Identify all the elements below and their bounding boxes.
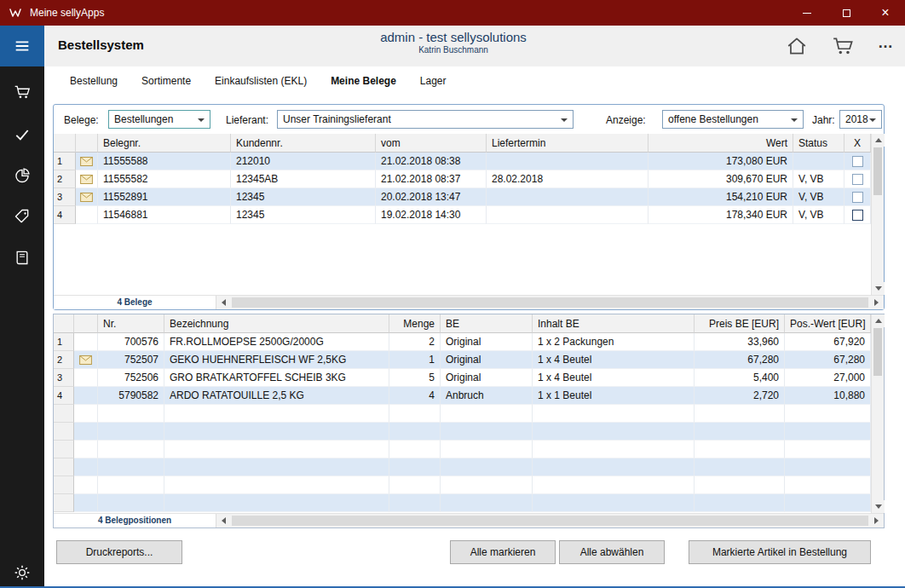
col-x[interactable]: X (844, 134, 871, 153)
tab-bestellung[interactable]: Bestellung (70, 75, 118, 87)
table-row[interactable]: 1 700576 FR.ROLLMOEPSE 2500G/2000G 2 Ori… (54, 333, 871, 351)
row-checkbox[interactable] (852, 192, 863, 203)
anzeige-select-value: offene Bestellungen (668, 113, 758, 125)
price-tag-icon (14, 208, 31, 225)
row-checkbox[interactable] (852, 174, 863, 185)
col-nr[interactable]: Nr. (98, 314, 164, 333)
col-liefertermin[interactable]: Liefertermin (487, 134, 648, 153)
minimize-icon (803, 13, 811, 14)
scroll-right-button[interactable] (869, 296, 884, 309)
cell-wert: 309,670 EUR (648, 170, 793, 188)
cell-bezeichnung: FR.ROLLMOEPSE 2500G/2000G (164, 333, 389, 351)
table-row[interactable]: 2 752507 GEKO HUEHNERFLEISCH WF 2,5KG 1 … (54, 351, 871, 369)
cell-inhalt: 1 x 1 Beutel (533, 387, 695, 405)
scroll-left-button[interactable] (216, 296, 231, 309)
sidebar-item-statistics[interactable] (0, 159, 44, 193)
cell-liefertermin (487, 153, 648, 170)
lieferant-select[interactable]: Unser Trainingslieferant (277, 110, 574, 129)
belege-vertical-scrollbar[interactable] (871, 134, 884, 295)
cell-nr: 752507 (98, 351, 164, 369)
scroll-down-button[interactable] (872, 282, 885, 295)
positions-vertical-scrollbar[interactable] (871, 314, 884, 513)
sidebar-menu-button[interactable] (0, 26, 44, 66)
table-row[interactable]: 2 11555582 12345AB 21.02.2018 08:37 28.0… (54, 170, 871, 188)
positions-panel: Nr. Bezeichnung Menge BE Inhalt BE Preis… (53, 314, 885, 528)
row-checkbox[interactable] (852, 210, 863, 221)
druckreports-button[interactable]: Druckreports... (56, 540, 182, 564)
scroll-down-button[interactable] (872, 500, 885, 513)
col-belegnr[interactable]: Belegnr. (98, 134, 231, 153)
cell-belegnr: 11555588 (98, 153, 231, 170)
arrow-up-icon (875, 138, 882, 142)
cell-nr: 5790582 (98, 387, 164, 405)
col-wert[interactable]: Wert (648, 134, 793, 153)
col-pos-wert[interactable]: Pos.-Wert [EUR] (785, 314, 871, 333)
chevron-down-icon (869, 118, 876, 122)
sidebar-item-tasks[interactable] (0, 118, 44, 152)
tab-lager[interactable]: Lager (420, 75, 447, 87)
scroll-thumb[interactable] (232, 297, 868, 308)
cell-belegnr: 11552891 (98, 188, 231, 206)
book-icon (14, 249, 31, 266)
table-row[interactable]: 3 752506 GRO BRATKARTOFFEL SCHEIB 3KG 5 … (54, 369, 871, 387)
minimize-button[interactable] (787, 0, 827, 26)
belege-horizontal-scrollbar[interactable] (216, 296, 884, 309)
table-row[interactable]: 1 11555588 212010 21.02.2018 08:38 173,0… (54, 153, 871, 170)
sidebar-item-prices[interactable] (0, 199, 44, 233)
sidebar-item-catalog[interactable] (0, 240, 44, 274)
scroll-right-button[interactable] (869, 514, 884, 527)
table-row[interactable]: 4 5790582 ARDO RATATOUILLE 2,5 KG 4 Anbr… (54, 387, 871, 405)
row-number: 1 (54, 153, 76, 170)
belege-select[interactable]: Bestellungen (108, 110, 210, 129)
tab-einkaufslisten[interactable]: Einkaufslisten (EKL) (215, 75, 307, 87)
scroll-thumb[interactable] (873, 328, 882, 376)
cell-preis: 33,960 (695, 333, 785, 351)
col-bezeichnung[interactable]: Bezeichnung (164, 314, 389, 333)
row-checkbox[interactable] (852, 156, 863, 167)
cell-vom: 20.02.2018 13:47 (376, 188, 487, 206)
table-row[interactable]: 3 11552891 12345 20.02.2018 13:47 154,21… (54, 188, 871, 206)
col-be[interactable]: BE (441, 314, 533, 333)
sidebar-item-bestellsystem[interactable] (0, 75, 44, 109)
alle-markieren-button[interactable]: Alle markieren (450, 540, 556, 564)
row-number: 3 (54, 369, 74, 387)
scroll-left-button[interactable] (216, 514, 231, 527)
col-status[interactable]: Status (793, 134, 844, 153)
arrow-left-icon (222, 517, 226, 524)
scroll-thumb[interactable] (232, 516, 868, 526)
alle-abwaehlen-button[interactable]: Alle abwählen (559, 540, 665, 564)
tab-sortimente[interactable]: Sortimente (141, 75, 191, 87)
positions-table-header: Nr. Bezeichnung Menge BE Inhalt BE Preis… (54, 314, 871, 333)
cell-wert: 173,080 EUR (648, 153, 793, 170)
col-inhalt-be[interactable]: Inhalt BE (533, 314, 695, 333)
jahr-select[interactable]: 2018 (839, 110, 882, 129)
more-options-button[interactable]: … (878, 38, 895, 54)
home-icon[interactable] (786, 35, 808, 57)
tab-meine-belege[interactable]: Meine Belege (331, 75, 396, 87)
cell-wert: 178,340 EUR (648, 206, 793, 224)
col-vom[interactable]: vom (376, 134, 487, 153)
cell-wert: 154,210 EUR (648, 188, 793, 206)
empty-row (54, 494, 871, 512)
cell-preis: 2,720 (695, 387, 785, 405)
table-row[interactable]: 4 11546881 12345 19.02.2018 14:30 178,34… (54, 206, 871, 224)
belege-select-value: Bestellungen (114, 113, 173, 125)
lieferant-select-value: Unser Trainingslieferant (283, 113, 391, 125)
anzeige-select[interactable]: offene Bestellungen (662, 110, 804, 129)
cell-be: Anbruch (441, 387, 533, 405)
arrow-down-icon (875, 504, 882, 509)
scroll-thumb[interactable] (873, 147, 882, 195)
cart-icon[interactable] (832, 35, 854, 57)
col-menge[interactable]: Menge (389, 314, 441, 333)
lieferant-label: Lieferant: (226, 114, 268, 126)
cell-menge: 1 (389, 351, 441, 369)
col-preis-be[interactable]: Preis BE [EUR] (695, 314, 785, 333)
close-button[interactable]: × (866, 0, 905, 26)
col-kundennr[interactable]: Kundennr. (231, 134, 376, 153)
sidebar-settings-button[interactable] (0, 556, 44, 588)
scroll-up-button[interactable] (872, 314, 885, 327)
markierte-artikel-button[interactable]: Markierte Artikel in Bestellung (689, 540, 871, 564)
scroll-up-button[interactable] (872, 134, 885, 147)
maximize-button[interactable] (827, 0, 866, 26)
positions-horizontal-scrollbar[interactable] (216, 514, 884, 527)
